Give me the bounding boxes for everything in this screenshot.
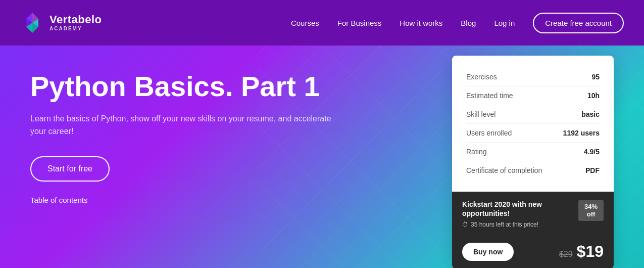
clock-icon: ⏱ [462, 221, 468, 228]
card-buy: Buy now $29 $19 [452, 236, 614, 268]
stat-value: 10h [587, 92, 600, 100]
stat-label: Rating [466, 148, 486, 156]
course-title: Python Basics. Part 1 [30, 71, 404, 102]
course-description: Learn the basics of Python, show off you… [30, 112, 343, 138]
stat-value: 95 [591, 73, 600, 81]
promo-badge: 34% off [578, 200, 604, 221]
hero-section: Python Basics. Part 1 Learn the basics o… [0, 46, 644, 268]
stat-label: Estimated time [466, 92, 513, 100]
price-area: $29 $19 [559, 242, 604, 261]
main-nav: Courses For Business How it works Blog L… [291, 13, 624, 33]
nav-for-business[interactable]: For Business [337, 19, 382, 27]
promo-timer-text: 35 hours left at this price! [471, 221, 538, 228]
logo-name: Vertabelo [49, 14, 102, 25]
nav-login[interactable]: Log in [494, 19, 515, 27]
promo-left: Kickstart 2020 with new opportunities! ⏱… [462, 200, 573, 228]
site-header: Vertabelo ACADEMY Courses For Business H… [0, 0, 644, 46]
price-old: $29 [559, 250, 573, 259]
logo-text: Vertabelo ACADEMY [49, 14, 102, 31]
logo-area: Vertabelo ACADEMY [20, 11, 102, 35]
nav-courses[interactable]: Courses [291, 19, 319, 27]
stat-row: Exercises 95 [466, 68, 600, 86]
stat-row: Certificate of completion PDF [466, 161, 600, 180]
stat-row: Skill level basic [466, 105, 600, 124]
promo-title: Kickstart 2020 with new opportunities! [462, 200, 573, 218]
badge-percent: 34% [584, 203, 598, 210]
nav-how-it-works[interactable]: How it works [400, 19, 442, 27]
nav-blog[interactable]: Blog [461, 19, 476, 27]
hero-content: Python Basics. Part 1 Learn the basics o… [0, 46, 434, 204]
course-card: Exercises 95 Estimated time 10h Skill le… [452, 56, 614, 268]
stat-label: Exercises [466, 73, 497, 81]
stat-label: Skill level [466, 110, 496, 118]
stat-value: 4.9/5 [584, 148, 600, 156]
stat-row: Users enrolled 1192 users [466, 124, 600, 143]
card-stats: Exercises 95 Estimated time 10h Skill le… [452, 56, 614, 192]
stat-value: basic [581, 110, 600, 118]
start-for-free-button[interactable]: Start for free [30, 156, 110, 182]
logo-sub: ACADEMY [49, 26, 102, 31]
stat-value: PDF [585, 166, 600, 174]
card-promo: Kickstart 2020 with new opportunities! ⏱… [452, 192, 614, 236]
stat-row: Estimated time 10h [466, 86, 600, 105]
stat-row: Rating 4.9/5 [466, 143, 600, 161]
stat-label: Users enrolled [466, 129, 512, 137]
table-of-contents-link[interactable]: Table of contents [30, 196, 404, 204]
stat-label: Certificate of completion [466, 166, 542, 174]
vertabelo-logo-icon [20, 11, 44, 35]
create-account-button[interactable]: Create free account [533, 13, 624, 33]
price-new: $19 [577, 242, 604, 261]
stat-value: 1192 users [563, 129, 600, 137]
badge-off: off [587, 210, 596, 218]
buy-now-button[interactable]: Buy now [462, 243, 514, 261]
promo-timer: ⏱ 35 hours left at this price! [462, 221, 573, 228]
